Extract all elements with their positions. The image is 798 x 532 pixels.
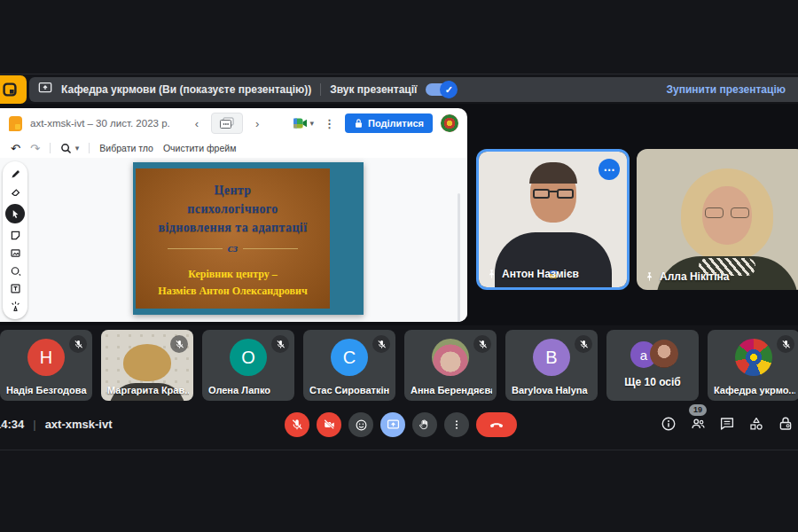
video-tile-alla[interactable]: Алла Нікітіна [637, 149, 798, 290]
participant-tile[interactable]: Анна Берендяєва [404, 330, 497, 401]
participant-name: Маргарита Крав... [107, 385, 189, 395]
participant-name: Алла Нікітіна [660, 270, 729, 283]
leave-call-button[interactable] [476, 412, 517, 437]
divider: | [33, 418, 35, 431]
slide-title-line: психологічного [159, 200, 308, 218]
next-frame-button[interactable]: › [255, 118, 259, 129]
participant-tile[interactable]: B Barylova Halyna [505, 330, 598, 401]
present-icon [38, 82, 52, 98]
frame-navigation: ‹ › [174, 112, 280, 135]
mic-muted-icon [372, 335, 390, 353]
participant-name: Barylova Halyna [512, 385, 588, 395]
select-tool-icon[interactable] [5, 204, 25, 223]
presentation-slide: Центр психологічного відновлення та адап… [133, 162, 364, 315]
presentation-sound-toggle[interactable]: ✓ [426, 83, 456, 96]
present-screen-button[interactable] [380, 412, 405, 437]
mic-muted-icon [170, 335, 188, 353]
slide-subtitle-line: Назмієв Антон Олександрович [158, 283, 307, 300]
slide-subtitle-line: Керівник центру – [158, 266, 307, 283]
avatar: О [230, 339, 267, 376]
participants-button[interactable]: 19 [689, 415, 707, 433]
clear-frame-button[interactable]: Очистити фрейм [163, 143, 236, 153]
participant-tile[interactable]: Н Надія Безгодова [0, 330, 92, 401]
slide-divider: ᴄᴈ [168, 241, 298, 255]
presenting-banner: Кафедра укрмови (Ви (показуєте презентац… [0, 75, 798, 104]
mic-off-button[interactable] [285, 412, 309, 437]
textbox-tool-icon[interactable] [10, 283, 21, 294]
tile-options-button[interactable]: ⋯ [598, 159, 620, 180]
participant-strip: Н Надія Безгодова Маргарита Крав... О Ол… [0, 330, 798, 401]
video-feed [637, 149, 798, 290]
avatar [650, 340, 678, 368]
presenting-banner-strip: Кафедра укрмови (Ви (показуєте презентац… [29, 77, 798, 102]
browser-more-menu[interactable]: ⋮ [322, 117, 337, 130]
mic-muted-icon [777, 335, 794, 353]
reactions-button[interactable] [348, 412, 373, 437]
stop-presentation-button[interactable]: Зупинити презентацію [666, 83, 786, 96]
image-tool-icon[interactable] [10, 247, 21, 259]
participant-tile[interactable]: Кафедра укрмо... [708, 330, 798, 401]
caret-down-icon: ▾ [75, 144, 80, 153]
more-participants-label: Ще 10 осіб [606, 376, 699, 388]
participant-name: Олена Лапко [208, 385, 270, 395]
mic-muted-icon [473, 335, 491, 353]
participant-tile[interactable]: Маргарита Крав... [101, 330, 193, 401]
jamboard-canvas: Центр психологічного відновлення та адап… [0, 158, 467, 322]
previous-frame-button[interactable]: ‹ [195, 118, 199, 129]
presentation-sound-label: Звук презентації [330, 83, 417, 96]
redo-button[interactable]: ↷ [30, 142, 40, 155]
participant-tile[interactable]: С Стас Сироваткін [303, 330, 395, 401]
account-avatar[interactable] [441, 114, 458, 132]
pin-icon [645, 271, 654, 282]
share-button-label: Поділитися [368, 118, 424, 129]
scrollbar[interactable] [458, 193, 460, 322]
slide-title-line: Центр [159, 181, 308, 200]
host-controls-button[interactable] [777, 415, 794, 433]
meet-control-bar: 14:34 | axt-xmsk-ivt [0, 403, 798, 450]
jamboard-pip-icon[interactable] [0, 75, 27, 104]
overflow-tile[interactable]: a Ще 10 осіб [606, 330, 699, 401]
more-options-button[interactable] [444, 412, 469, 437]
meet-presenting-icon[interactable]: ▾ [293, 117, 315, 129]
video-tile-anton[interactable]: ⋯ Антон Назмієв [476, 149, 630, 290]
sticky-note-tool-icon[interactable] [10, 230, 21, 241]
participant-name: Антон Назмієв [502, 268, 579, 280]
mic-muted-icon [575, 335, 592, 353]
share-document-button[interactable]: Поділитися [345, 113, 433, 133]
shape-tool-icon[interactable] [10, 265, 21, 277]
mic-muted-icon [69, 335, 87, 353]
presenting-title: Кафедра укрмови (Ви (показуєте презентац… [61, 83, 311, 96]
avatar: B [533, 339, 570, 376]
slide-ornament: ᴄᴈ [228, 241, 238, 255]
participant-name: Надія Безгодова [6, 385, 87, 395]
jamboard-toolbar: ↶ ↷ ▾ Вибрати тло Очистити фрейм [0, 138, 467, 158]
undo-button[interactable]: ↶ [11, 142, 20, 155]
meeting-code: axt-xmsk-ivt [45, 418, 113, 431]
activities-button[interactable] [747, 415, 765, 433]
zoom-tool-button[interactable]: ▾ [60, 143, 80, 154]
divider [320, 83, 321, 96]
raise-hand-button[interactable] [412, 412, 437, 437]
choose-background-button[interactable]: Вибрати тло [99, 143, 153, 153]
chat-button[interactable] [718, 415, 736, 433]
clock: 14:34 [0, 418, 24, 431]
laser-tool-icon[interactable] [10, 301, 21, 312]
frame-selector-button[interactable] [211, 113, 243, 134]
divider [0, 450, 798, 450]
participant-count-badge: 19 [689, 404, 707, 416]
jamboard-browser-window: axt-xmsk-ivt – 30 лист. 2023 р. ‹ › ▾ ⋮ … [0, 108, 467, 322]
participant-name: Анна Берендяєва [411, 385, 492, 395]
slide-content: Центр психологічного відновлення та адап… [136, 168, 330, 309]
pin-icon [487, 269, 497, 279]
eraser-tool-icon[interactable] [10, 186, 21, 198]
caret-down-icon: ▾ [310, 119, 315, 128]
meeting-details-button[interactable] [660, 415, 677, 433]
pen-tool-icon[interactable] [10, 168, 21, 180]
toggle-check-icon: ✓ [440, 81, 458, 98]
jamboard-tool-rail [3, 161, 27, 319]
participant-tile[interactable]: О Олена Лапко [202, 330, 294, 401]
camera-off-button[interactable] [317, 412, 341, 437]
slide-title-line: відновлення та адаптації [159, 218, 308, 237]
document-title: axt-xmsk-ivt – 30 лист. 2023 р. [30, 118, 170, 129]
participant-name: Кафедра укрмо... [714, 385, 795, 395]
